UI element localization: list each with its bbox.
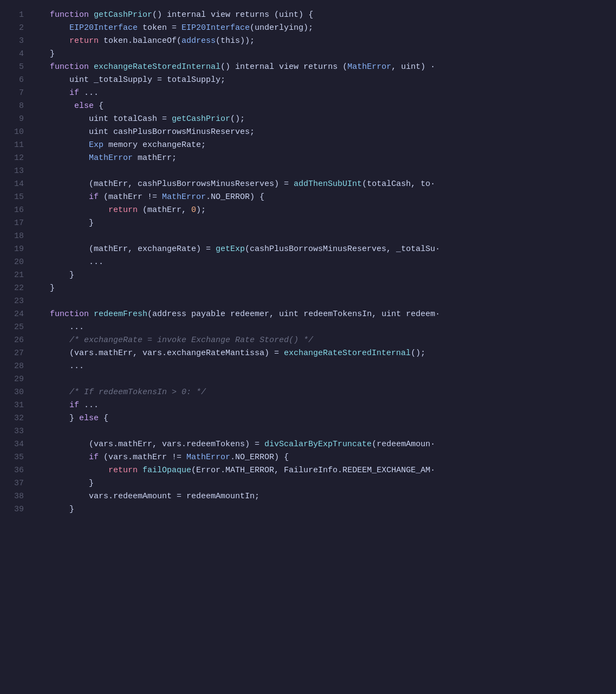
code-line: MathError mathErr; bbox=[30, 152, 607, 165]
code-line: vars.redeemAmount = redeemAmountIn; bbox=[30, 490, 607, 503]
token-plain: uint totalCash = bbox=[30, 114, 172, 124]
token-fn: addThenSubUInt bbox=[294, 179, 362, 189]
code-line: } bbox=[30, 282, 607, 295]
token-kw-return: return bbox=[108, 205, 138, 215]
token-plain bbox=[30, 192, 89, 202]
token-plain bbox=[30, 453, 89, 462]
code-line: function getCashPrior() internal view re… bbox=[30, 9, 607, 22]
token-kw-return: return bbox=[108, 466, 138, 475]
token-plain bbox=[30, 10, 50, 20]
token-plain: } bbox=[30, 479, 94, 488]
token-plain: (underlying); bbox=[250, 23, 313, 33]
token-plain: } bbox=[30, 219, 94, 228]
token-plain: ... bbox=[30, 258, 103, 267]
token-plain: uint cashPlusBorrowsMinusReserves; bbox=[30, 127, 255, 137]
code-line: } bbox=[30, 48, 607, 61]
token-fn: exchangeRateStoredInternal bbox=[94, 62, 221, 72]
token-fn: divScalarByExpTruncate bbox=[264, 440, 372, 449]
token-plain: } bbox=[30, 284, 55, 293]
code-line: if (mathErr != MathError.NO_ERROR) { bbox=[30, 191, 607, 204]
token-plain: ... bbox=[30, 323, 84, 332]
code-line: } else { bbox=[30, 412, 607, 425]
line-number: 35 bbox=[7, 451, 24, 464]
code-line bbox=[30, 165, 607, 178]
token-plain: ); bbox=[196, 205, 206, 215]
line-number: 31 bbox=[7, 399, 24, 412]
line-number: 37 bbox=[7, 477, 24, 490]
token-plain: } bbox=[30, 414, 79, 423]
token-kw-return: return bbox=[69, 36, 99, 46]
token-plain: (this)); bbox=[216, 36, 255, 46]
token-comment: /* If redeemTokensIn > 0: */ bbox=[69, 388, 206, 397]
token-plain bbox=[30, 153, 89, 163]
code-line bbox=[30, 425, 607, 438]
line-number: 22 bbox=[7, 282, 24, 295]
line-number: 32 bbox=[7, 412, 24, 425]
code-line: if (vars.mathErr != MathError.NO_ERROR) … bbox=[30, 451, 607, 464]
line-number: 33 bbox=[7, 425, 24, 438]
line-number: 28 bbox=[7, 360, 24, 373]
line-number: 1 bbox=[7, 9, 24, 22]
line-number: 7 bbox=[7, 87, 24, 100]
token-type: MathError bbox=[186, 453, 230, 462]
token-kw: if bbox=[69, 88, 79, 98]
line-number: 26 bbox=[7, 334, 24, 347]
line-number: 25 bbox=[7, 321, 24, 334]
token-plain: (vars.mathErr, vars.redeemTokens) = bbox=[30, 440, 264, 449]
code-line: return (mathErr, 0); bbox=[30, 204, 607, 217]
code-line: ... bbox=[30, 256, 607, 269]
line-number: 14 bbox=[7, 178, 24, 191]
code-line: else { bbox=[30, 100, 607, 113]
code-line: (vars.mathErr, vars.exchangeRateMantissa… bbox=[30, 347, 607, 360]
line-number: 24 bbox=[7, 308, 24, 321]
token-plain bbox=[30, 310, 50, 319]
line-number: 4 bbox=[7, 48, 24, 61]
line-number: 19 bbox=[7, 243, 24, 256]
line-number: 13 bbox=[7, 165, 24, 178]
code-line: return token.balanceOf(address(this)); bbox=[30, 35, 607, 48]
token-plain: (totalCash, to· bbox=[362, 179, 435, 189]
token-plain: (); bbox=[230, 114, 245, 124]
token-fn: redeemFresh bbox=[94, 310, 147, 319]
token-plain: uint _totalSupply = totalSupply; bbox=[30, 75, 225, 85]
token-plain: token = bbox=[138, 23, 181, 33]
line-number: 18 bbox=[7, 230, 24, 243]
token-plain: (mathErr, exchangeRate) = bbox=[30, 245, 216, 254]
token-plain bbox=[89, 10, 94, 20]
token-plain: (mathErr != bbox=[99, 192, 162, 202]
token-plain: mathErr; bbox=[133, 153, 177, 163]
line-number: 38 bbox=[7, 490, 24, 503]
code-line: Exp memory exchangeRate; bbox=[30, 139, 607, 152]
line-number: 36 bbox=[7, 464, 24, 477]
token-plain: { bbox=[94, 101, 103, 111]
line-number: 34 bbox=[7, 438, 24, 451]
line-number: 3 bbox=[7, 35, 24, 48]
token-fn: failOpaque bbox=[142, 466, 191, 475]
code-editor: 1234567891011121314151617181920212223242… bbox=[0, 0, 616, 694]
code-line: if ... bbox=[30, 87, 607, 100]
code-content: function getCashPrior() internal view re… bbox=[30, 9, 616, 685]
token-plain bbox=[138, 466, 142, 475]
code-line bbox=[30, 230, 607, 243]
token-type: EIP20Interface bbox=[69, 23, 138, 33]
line-number: 15 bbox=[7, 191, 24, 204]
token-kw: function bbox=[50, 10, 89, 20]
token-plain bbox=[30, 36, 69, 46]
token-type: MathError bbox=[89, 153, 133, 163]
token-plain bbox=[30, 23, 69, 33]
token-fn: getExp bbox=[216, 245, 245, 254]
token-kw: function bbox=[50, 310, 89, 319]
token-plain: { bbox=[99, 414, 108, 423]
token-type: MathError bbox=[347, 62, 391, 72]
code-line: } bbox=[30, 217, 607, 230]
token-plain bbox=[30, 401, 69, 410]
token-comment bbox=[30, 388, 69, 397]
line-number: 20 bbox=[7, 256, 24, 269]
line-number: 17 bbox=[7, 217, 24, 230]
token-plain bbox=[30, 205, 108, 215]
token-plain: .NO_ERROR) { bbox=[230, 453, 289, 462]
line-number: 12 bbox=[7, 152, 24, 165]
line-numbers: 1234567891011121314151617181920212223242… bbox=[0, 9, 30, 685]
line-number: 29 bbox=[7, 373, 24, 386]
code-line: uint totalCash = getCashPrior(); bbox=[30, 113, 607, 126]
